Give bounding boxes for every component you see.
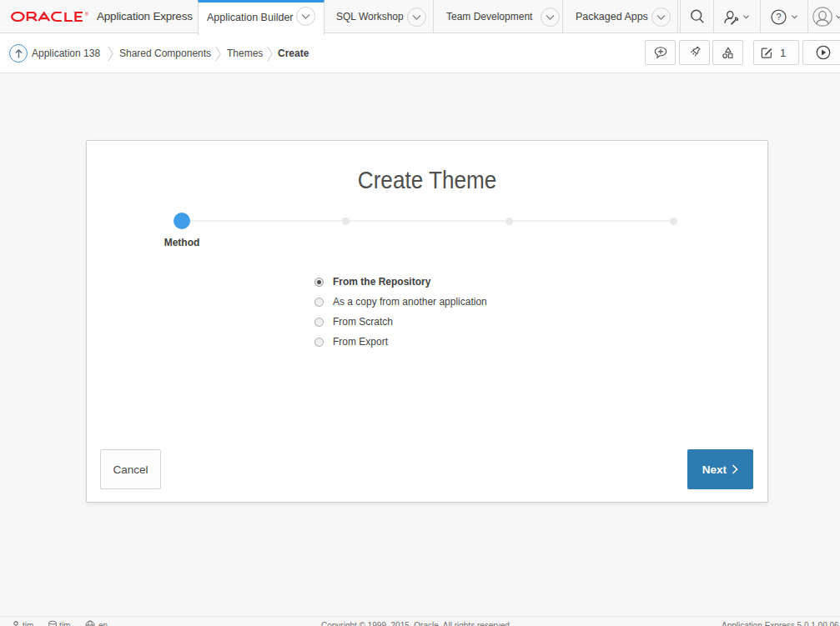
svg-text:®: ® [85,12,88,17]
svg-text:?: ? [776,12,781,22]
